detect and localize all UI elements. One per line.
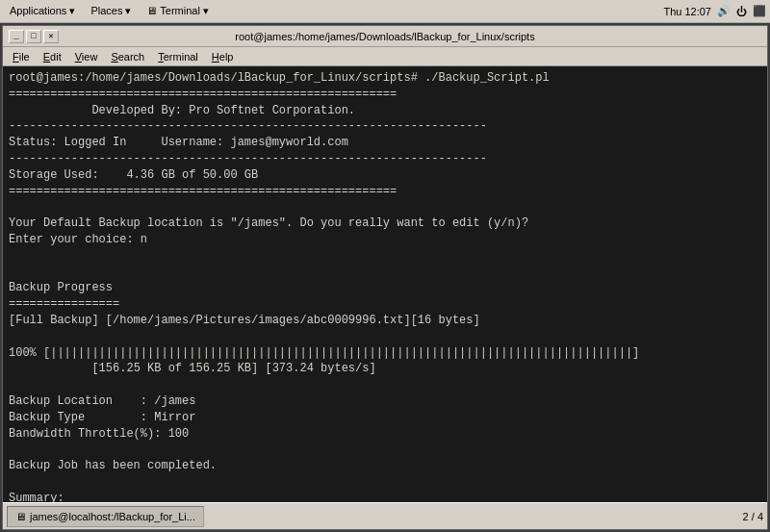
title-bar-left: _ □ ✕: [9, 30, 66, 43]
taskbar: 🖥 james@localhost:/lBackup_for_Li... 2 /…: [3, 502, 767, 529]
desktop-bar-left: Applications ▾ Places ▾ 🖥 Terminal ▾: [4, 3, 215, 19]
taskbar-terminal-item[interactable]: 🖥 james@localhost:/lBackup_for_Li...: [7, 506, 204, 527]
title-bar: _ □ ✕ root@james:/home/james/Downloads/l…: [3, 26, 767, 47]
menu-search[interactable]: Search: [105, 50, 150, 63]
terminal-window: _ □ ✕ root@james:/home/james/Downloads/l…: [2, 25, 768, 530]
menu-terminal[interactable]: Terminal: [152, 50, 204, 63]
menu-file[interactable]: File: [7, 50, 36, 63]
volume-icon: 🔊: [717, 5, 731, 17]
app-menu: File Edit View Search Terminal Help: [3, 47, 767, 66]
terminal-menu[interactable]: 🖥 Terminal ▾: [141, 3, 214, 19]
window-title: root@james:/home/james/Downloads/lBackup…: [66, 31, 704, 42]
applications-menu[interactable]: Applications ▾: [4, 3, 81, 19]
desktop-bar: Applications ▾ Places ▾ 🖥 Terminal ▾ Thu…: [0, 0, 770, 23]
power-icon[interactable]: ⏻: [736, 6, 747, 17]
taskbar-terminal-label: james@localhost:/lBackup_for_Li...: [30, 511, 195, 522]
minimize-button[interactable]: _: [9, 30, 24, 43]
places-menu[interactable]: Places ▾: [85, 3, 137, 19]
taskbar-page: 2 / 4: [743, 511, 763, 522]
menu-edit[interactable]: Edit: [38, 50, 67, 63]
desktop-bar-right: Thu 12:07 🔊 ⏻ ⬛: [663, 5, 766, 17]
menu-help[interactable]: Help: [206, 50, 240, 63]
menu-view[interactable]: View: [69, 50, 104, 63]
screen-icon[interactable]: ⬛: [753, 5, 766, 17]
time-display: Thu 12:07: [663, 6, 711, 17]
terminal-output[interactable]: root@james:/home/james/Downloads/lBackup…: [3, 66, 767, 502]
maximize-button[interactable]: □: [26, 30, 41, 43]
taskbar-terminal-icon: 🖥: [15, 511, 26, 522]
close-button[interactable]: ✕: [43, 30, 59, 43]
